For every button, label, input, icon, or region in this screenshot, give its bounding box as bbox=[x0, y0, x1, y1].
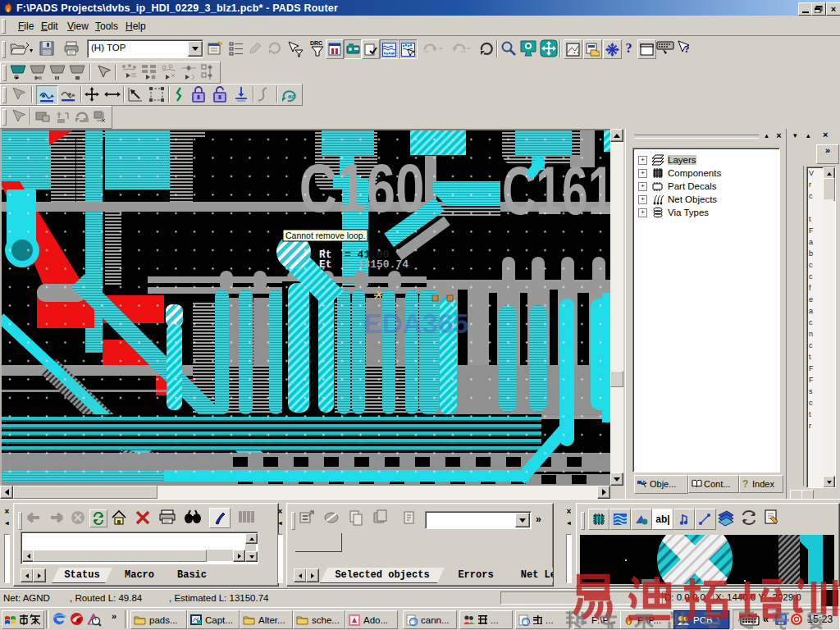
svg-text:ad: ad bbox=[288, 93, 295, 100]
svg-text:?: ? bbox=[684, 43, 690, 55]
svg-text:DRC: DRC bbox=[310, 40, 322, 46]
svg-text:EDA365: EDA365 bbox=[363, 308, 469, 339]
